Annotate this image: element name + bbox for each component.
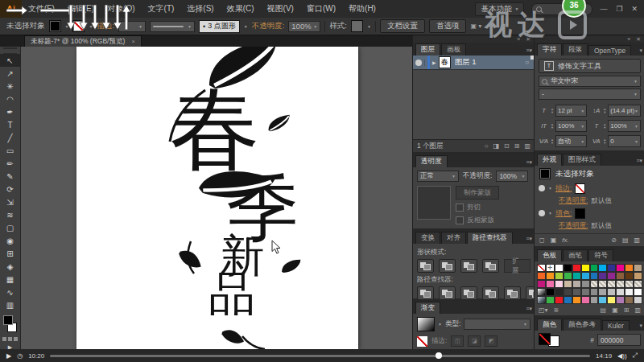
vertical-scale-field[interactable]: IT ▲▼ 100%▼ [539,120,587,132]
rotate-tool[interactable]: ⟳ [0,183,20,195]
brush-definition-select[interactable]: • 3 点圆形 [199,20,240,33]
visibility-toggle[interactable] [413,60,425,66]
chevron-down-icon[interactable]: ▼ [244,24,248,29]
fill-color-swatch[interactable] [49,20,61,32]
fullscreen-icon[interactable]: ⤢ [633,352,638,360]
rectangle-tool[interactable]: ▭ [0,144,20,157]
appearance-fill-opacity-row[interactable]: 不透明度: 默认值 [535,220,644,232]
tab-paragraph[interactable]: 段落 [563,43,588,56]
scale-tool[interactable]: ⇲ [0,195,20,208]
swatch[interactable] [590,288,599,296]
minus-front-icon[interactable] [439,259,456,273]
panel-menu-icon[interactable]: ≡▾ [526,47,532,56]
opacity-select[interactable]: 100%▼ [288,21,320,32]
chevron-down-icon[interactable]: ▼ [548,186,552,191]
pencil-tool[interactable]: ✎ [0,170,20,183]
document-tab[interactable]: 未标题-7* @ 100% (RGB/预览) × [24,35,142,47]
swatch[interactable] [590,272,599,280]
fill-link[interactable]: 填色: [555,208,572,219]
clip-checkbox[interactable] [456,204,464,212]
swatch[interactable] [607,280,616,288]
transparency-opacity-select[interactable]: 100%▼ [496,171,528,182]
intersect-icon[interactable] [460,259,477,273]
stepper[interactable]: ▲▼ [603,123,606,130]
tab-graphic-styles[interactable]: 图形样式 [563,154,601,166]
color-mode-buttons[interactable] [0,335,20,341]
swatch[interactable] [572,264,581,272]
tab-kuler[interactable]: Kuler [602,320,630,331]
tab-align[interactable]: 对齐 [441,232,466,244]
swatch[interactable] [564,288,572,296]
appearance-fill-row[interactable]: ▼ 填色: [535,207,644,220]
swatch[interactable] [590,296,599,304]
tab-symbols[interactable]: 符号 [588,249,613,261]
swatch[interactable] [546,296,555,304]
close-icon[interactable]: × [131,38,135,45]
swatch[interactable] [616,296,625,304]
video-progress-knob[interactable] [436,352,442,359]
swatch[interactable] [607,272,616,280]
swatch[interactable] [634,264,642,272]
menu-item[interactable]: 对象(O) [101,0,141,18]
panel-menu-icon[interactable]: ≡▾ [636,158,642,166]
swatch[interactable]: ✛ [546,264,555,272]
swatch[interactable] [581,288,590,296]
new-sublayer-icon[interactable]: ⊡ [504,142,510,150]
lasso-tool[interactable]: ◠ [0,93,20,105]
free-transform-tool[interactable]: ▢ [0,221,20,234]
restore-button[interactable]: ❐ [616,5,622,13]
trim-icon[interactable] [439,286,456,300]
swatch[interactable] [555,264,564,272]
direct-selection-tool[interactable]: ↗ [0,67,20,80]
show-kinds-icon[interactable]: ≋ [554,306,559,314]
tab-gradient[interactable]: 渐变 [415,302,440,314]
swatch[interactable] [546,272,555,280]
swatch[interactable] [634,288,642,296]
canvas[interactable]: 春 季 新 品 [20,47,412,349]
swatch[interactable] [607,264,616,272]
tab-opentype[interactable]: OpenType [588,45,631,56]
opacity-link[interactable]: 不透明度: [559,196,588,206]
swatch[interactable] [581,272,590,280]
delete-swatch-icon[interactable]: ▥ [634,306,641,314]
stroke-across-icon[interactable]: ◩ [485,335,497,347]
swatch[interactable] [537,288,546,296]
panel-menu-icon[interactable]: ≡▾ [526,236,532,244]
crop-icon[interactable] [482,286,499,300]
divide-icon[interactable] [417,286,434,300]
perspective-grid-tool[interactable]: ⊞ [0,247,20,260]
tab-color-guide[interactable]: 颜色参考 [563,319,601,331]
paintbrush-tool[interactable]: ✏ [0,157,20,170]
swatch[interactable] [581,280,590,288]
preferences-button[interactable]: 首选项 [429,19,467,33]
swatch[interactable] [581,296,590,304]
touch-type-tool-button[interactable]: T 修饰文字工具 [539,59,641,73]
expand-button[interactable]: 扩展 [504,259,530,273]
swatch[interactable] [546,280,555,288]
magic-wand-tool[interactable]: ✳ [0,80,20,93]
swatch[interactable] [607,296,616,304]
swatch[interactable] [572,280,581,288]
tab-character[interactable]: 字符 [537,43,562,56]
swatch[interactable] [598,288,607,296]
swatch[interactable] [537,264,546,272]
fill-none-swatch[interactable] [539,333,551,345]
effects-icon[interactable]: fx. [562,237,568,244]
stroke-link[interactable]: 描边: [555,183,572,194]
stroke-along-icon[interactable]: ◪ [468,335,481,347]
stepper[interactable]: ▲▼ [551,123,554,130]
replay-icon[interactable]: ◷ [17,352,23,360]
menu-item[interactable]: 编辑(E) [61,0,101,18]
menu-item[interactable]: 选择(S) [180,0,220,18]
swatch[interactable] [537,296,546,304]
delete-layer-icon[interactable]: ▥ [524,142,530,150]
collapse-icon[interactable]: » [517,36,520,42]
leading-field[interactable]: ↕A ▲▼ (14.4 pt)▼ [591,105,641,117]
line-segment-tool[interactable]: ╱ [0,131,20,144]
pen-tool[interactable]: ✒ [0,105,20,118]
appearance-stroke-row[interactable]: ▼ 描边: [535,182,644,195]
tab-layers[interactable]: 图层 [415,43,440,56]
expand-icon[interactable]: ▶ [432,60,436,65]
selection-tool[interactable]: ↖ [0,54,20,67]
swatch[interactable] [607,288,616,296]
